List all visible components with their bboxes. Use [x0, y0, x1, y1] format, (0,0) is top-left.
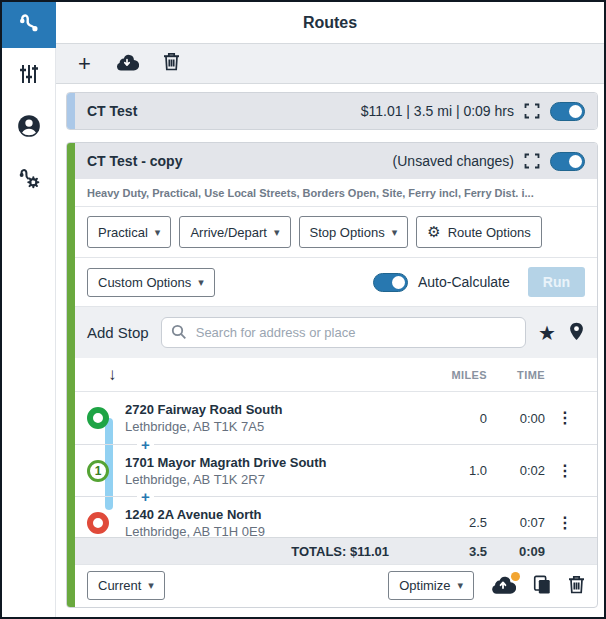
route-cards: CT Test $11.01 | 3.5 mi | 0:09 hrs CT Te… — [56, 84, 604, 617]
stops-table-header: ↓ MILES TIME — [75, 358, 597, 392]
trash-icon — [568, 575, 585, 597]
expand-route-button[interactable] — [524, 103, 540, 119]
stop-miles: 2.5 — [429, 515, 487, 530]
routes-toolbar: + — [56, 44, 604, 84]
stop-menu-button[interactable]: ⋮ — [545, 515, 585, 531]
waypoint-number: 1 — [95, 464, 102, 478]
panel-titlebar: Routes — [56, 2, 604, 44]
routes-panel: Routes + — [56, 2, 604, 617]
arrive-depart-dropdown[interactable]: Arrive/Depart ▾ — [179, 216, 290, 248]
duplicate-route-button[interactable] — [532, 574, 552, 598]
pick-on-map-button[interactable] — [568, 321, 585, 345]
route-profile-summary: Heavy Duty, Practical, Use Local Streets… — [87, 187, 585, 199]
custom-options-label: Custom Options — [98, 275, 191, 290]
sliders-icon — [17, 62, 41, 86]
route-card-header[interactable]: CT Test - copy (Unsaved changes) — [75, 143, 597, 179]
stop-options-label: Stop Options — [310, 225, 385, 240]
stops-list: 2720 Fairway Road South Lethbridge, AB T… — [75, 392, 597, 537]
left-nav-rail — [2, 2, 56, 617]
current-label: Current — [98, 578, 141, 593]
delete-route-button[interactable] — [568, 575, 585, 597]
route-icon — [16, 10, 42, 40]
stop-time: 0:07 — [487, 515, 545, 530]
origin-marker-icon — [87, 407, 109, 429]
route-accent-bar — [67, 93, 75, 129]
star-icon: ★ — [538, 323, 556, 343]
stop-address: 2720 Fairway Road South — [125, 402, 429, 417]
route-option-buttons: Practical ▾ Arrive/Depart ▾ Stop Options… — [75, 207, 597, 258]
page-title: Routes — [303, 14, 357, 32]
insert-stop-button[interactable]: + — [137, 435, 154, 454]
miles-column-header: MILES — [429, 369, 487, 381]
stop-city: Lethbridge, AB T1K 7A5 — [125, 419, 429, 434]
copy-icon — [532, 574, 552, 598]
unsaved-changes-label: (Unsaved changes) — [393, 153, 514, 169]
stop-options-dropdown[interactable]: Stop Options ▾ — [299, 216, 409, 248]
download-routes-button[interactable] — [115, 53, 139, 75]
favorites-button[interactable]: ★ — [538, 323, 556, 343]
nav-account[interactable] — [2, 100, 56, 152]
gear-icon: ⚙ — [427, 223, 440, 241]
route-footer: Current ▾ Optimize ▾ — [75, 564, 597, 607]
destination-marker-icon — [87, 512, 109, 534]
route-enabled-toggle[interactable] — [550, 152, 585, 171]
map-pin-icon — [568, 321, 585, 345]
stop-address: 1701 Mayor Magrath Drive South — [125, 455, 429, 470]
route-summary: $11.01 | 3.5 mi | 0:09 hrs — [361, 103, 514, 119]
add-route-button[interactable]: + — [78, 53, 91, 75]
route-card-header: CT Test $11.01 | 3.5 mi | 0:09 hrs — [75, 93, 597, 129]
delete-routes-button[interactable] — [163, 52, 180, 75]
stop-miles: 1.0 — [429, 463, 487, 478]
stop-city: Lethbridge, AB T1K 2R7 — [125, 472, 429, 487]
app-window: Routes + — [0, 0, 606, 619]
plus-icon: + — [78, 53, 91, 75]
sort-direction-icon[interactable]: ↓ — [108, 365, 117, 385]
routing-type-dropdown[interactable]: Practical ▾ — [87, 216, 171, 248]
run-button[interactable]: Run — [528, 267, 585, 297]
nav-route-tools[interactable] — [2, 152, 56, 204]
chevron-down-icon: ▾ — [155, 226, 161, 239]
nav-routes[interactable] — [2, 2, 56, 48]
auto-calculate-label: Auto-Calculate — [418, 274, 510, 290]
route-title: CT Test - copy — [87, 153, 383, 169]
time-column-header: TIME — [487, 369, 545, 381]
custom-options-dropdown[interactable]: Custom Options ▾ — [87, 268, 215, 297]
stop-menu-button[interactable]: ⋮ — [545, 463, 585, 479]
current-route-dropdown[interactable]: Current ▾ — [87, 571, 165, 600]
chevron-down-icon: ▾ — [198, 276, 204, 289]
stop-menu-button[interactable]: ⋮ — [545, 410, 585, 426]
chevron-down-icon: ▾ — [148, 579, 154, 592]
route-options-label: Route Options — [448, 225, 531, 240]
stop-address: 1240 2A Avenue North — [125, 507, 429, 522]
route-gear-icon — [16, 165, 42, 191]
sync-route-button[interactable] — [490, 575, 516, 597]
arrive-depart-label: Arrive/Depart — [190, 225, 267, 240]
stop-city: Lethbridge, AB T1H 0E9 — [125, 524, 429, 539]
optimize-dropdown[interactable]: Optimize ▾ — [388, 571, 474, 600]
chevron-down-icon: ▾ — [392, 226, 398, 239]
route-title: CT Test — [87, 103, 351, 119]
stop-row-destination[interactable]: + 1240 2A Avenue North Lethbridge, AB T1… — [75, 496, 597, 548]
optimize-label: Optimize — [399, 578, 450, 593]
add-stop-label: Add Stop — [87, 324, 149, 341]
route-profile-summary-row[interactable]: Heavy Duty, Practical, Use Local Streets… — [75, 179, 597, 207]
route-options-button[interactable]: ⚙ Route Options — [416, 216, 542, 248]
nav-options[interactable] — [2, 48, 56, 100]
notification-badge — [511, 572, 520, 581]
routing-type-label: Practical — [98, 225, 148, 240]
route-card-ct-test-copy: CT Test - copy (Unsaved changes) Heavy D… — [66, 142, 598, 608]
chevron-down-icon: ▾ — [457, 579, 463, 592]
route-card-ct-test[interactable]: CT Test $11.01 | 3.5 mi | 0:09 hrs — [66, 92, 598, 130]
auto-calculate-toggle[interactable] — [373, 273, 408, 292]
cloud-download-icon — [115, 53, 139, 75]
search-input[interactable] — [161, 317, 526, 348]
route-enabled-toggle[interactable] — [550, 102, 585, 121]
expand-route-button[interactable] — [524, 153, 540, 169]
waypoint-marker-icon: 1 — [87, 460, 109, 482]
calculate-row: Custom Options ▾ Auto-Calculate Run — [75, 258, 597, 306]
insert-stop-button[interactable]: + — [137, 487, 154, 506]
stop-time: 0:00 — [487, 411, 545, 426]
chevron-down-icon: ▾ — [274, 226, 280, 239]
add-stop-row: Add Stop ★ — [75, 306, 597, 358]
trash-icon — [163, 52, 180, 75]
